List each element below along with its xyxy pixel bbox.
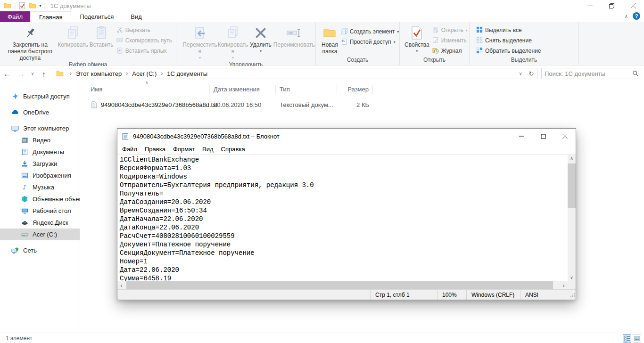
tab-file[interactable]: Файл — [0, 11, 30, 22]
search-input[interactable] — [542, 70, 630, 77]
sort-ascending-icon: ∧ — [145, 80, 149, 85]
resize-grip[interactable] — [570, 293, 575, 299]
scroll-left-icon[interactable]: ‹ — [117, 281, 125, 289]
address-dropdown-chevron-icon[interactable]: ∨ — [515, 71, 526, 76]
column-header-name[interactable]: Имя — [80, 85, 210, 94]
sidebar-item-music[interactable]: ♪ Музыка — [0, 181, 80, 193]
tab-view[interactable]: Вид — [122, 11, 150, 22]
sidebar-item-quick-access[interactable]: Быстрый доступ — [0, 90, 80, 102]
notepad-titlebar[interactable]: 94908043cdbe43c3929e07368b568a8d.txt – Б… — [117, 129, 576, 144]
rename-button[interactable]: Переименовать — [272, 24, 316, 61]
select-none-button[interactable]: Снять выделение — [474, 35, 543, 46]
menu-view[interactable]: Вид — [198, 146, 217, 153]
sidebar-item-pictures[interactable]: Изображения — [0, 170, 80, 181]
copy-button[interactable]: Копировать — [58, 24, 89, 61]
details-view-button[interactable] — [623, 334, 631, 343]
easy-access-icon — [341, 38, 347, 46]
sidebar-item-desktop[interactable]: Рабочий стол — [0, 205, 80, 217]
sidebar-item-this-pc[interactable]: Этот компьютер — [0, 122, 80, 134]
scroll-right-icon[interactable]: › — [560, 281, 568, 289]
qat-properties-icon[interactable] — [18, 2, 26, 9]
dropdown-arrow-icon: ▾ — [466, 28, 468, 33]
copy-path-button[interactable]: Скопировать путь — [115, 35, 174, 46]
move-to-icon — [193, 24, 206, 41]
notepad-app-icon — [122, 132, 129, 140]
sidebar-item-3d-objects[interactable]: Объемные объекты — [0, 193, 80, 205]
file-row[interactable]: 94908043cdbe43c3929e07368b568a8d.txt 20.… — [80, 99, 644, 110]
new-folder-button[interactable]: Новая папка — [321, 24, 339, 57]
menu-file[interactable]: Файл — [118, 146, 141, 153]
sidebar-item-onedrive[interactable]: OneDrive — [0, 106, 80, 118]
tab-share[interactable]: Поделиться — [71, 11, 122, 22]
menu-help[interactable]: Справка — [217, 146, 249, 153]
sidebar-item-network[interactable]: Сеть — [0, 245, 80, 256]
address-bar[interactable]: › Этот компьютер › Acer (C:) › 1С докуме… — [53, 68, 537, 79]
minimize-button[interactable] — [579, 0, 601, 11]
notepad-statusbar: Стр 1, стлб 1 100% Windows (CRLF) ANSI — [117, 289, 576, 300]
menu-format[interactable]: Формат — [169, 146, 198, 153]
breadcrumb-drive-c[interactable]: Acer (C:) — [131, 70, 157, 77]
sidebar-item-videos[interactable]: Видео — [0, 134, 80, 146]
select-all-button[interactable]: Выделить все — [474, 25, 543, 35]
item-count: 1 элемент — [0, 335, 33, 342]
history-button[interactable]: Журнал — [430, 46, 470, 56]
collapse-ribbon-icon[interactable]: ∧ — [625, 14, 628, 19]
refresh-icon[interactable]: ↻ — [526, 70, 537, 77]
notepad-menubar: Файл Правка Формат Вид Справка — [117, 144, 576, 154]
horizontal-scroll-thumb[interactable] — [126, 281, 553, 289]
up-button[interactable]: ↑ — [37, 67, 51, 80]
new-item-icon — [341, 28, 347, 36]
ribbon-filler — [579, 22, 644, 65]
menu-edit[interactable]: Правка — [141, 146, 169, 153]
notepad-minimize-button[interactable] — [511, 129, 532, 144]
notepad-text-area[interactable]: 1CClientBankExchange ВерсияФормата=1.03 … — [117, 154, 568, 281]
scroll-down-icon[interactable]: ∨ — [568, 273, 576, 281]
forward-button[interactable]: → — [14, 67, 28, 80]
downloads-icon — [21, 160, 28, 168]
vertical-scroll-thumb[interactable] — [568, 163, 576, 208]
breadcrumb-this-pc[interactable]: Этот компьютер — [75, 70, 123, 77]
thumbnail-view-button[interactable] — [633, 334, 641, 343]
new-item-button[interactable]: Создать элемент ▾ — [339, 26, 401, 37]
recent-locations-chevron-icon[interactable]: ∨ — [28, 67, 37, 80]
notepad-title: 94908043cdbe43c3929e07368b568a8d.txt – Б… — [133, 133, 280, 140]
delete-button[interactable]: Удалить ▾ — [249, 24, 272, 61]
sidebar-item-drive-c[interactable]: Acer (C:) — [0, 229, 80, 240]
search-icon[interactable] — [630, 70, 641, 77]
properties-button[interactable]: Свойства ▾ — [404, 24, 430, 57]
dropdown-arrow-icon: ▾ — [232, 55, 234, 61]
copy-path-icon — [116, 37, 123, 45]
move-to-button[interactable]: Переместить в ▾ — [183, 24, 217, 61]
back-button[interactable]: ← — [0, 67, 14, 80]
help-icon[interactable]: ? — [633, 12, 640, 20]
easy-access-button[interactable]: Простой доступ ▾ — [339, 37, 401, 47]
sidebar-item-documents[interactable]: Документы — [0, 146, 80, 158]
column-header-type[interactable]: Тип — [276, 85, 337, 94]
qat-new-folder-icon[interactable] — [29, 2, 36, 9]
qat-customize-chevron-icon[interactable]: ▾ — [39, 3, 41, 8]
paste-shortcut-button[interactable]: Вставить ярлык — [115, 46, 174, 56]
restore-button[interactable] — [601, 0, 622, 11]
horizontal-scrollbar[interactable]: ‹ › — [117, 281, 568, 289]
edit-button[interactable]: Изменить — [430, 35, 470, 46]
tab-home[interactable]: Главная — [30, 11, 71, 22]
close-button[interactable] — [622, 0, 644, 11]
scroll-up-icon[interactable]: ∧ — [568, 154, 576, 162]
sidebar-item-yandex-disk[interactable]: Яндекс.Диск — [0, 217, 80, 229]
breadcrumb-current-folder[interactable]: 1С документы — [166, 70, 208, 77]
copy-to-button[interactable]: Копировать в ▾ — [217, 24, 249, 61]
open-button[interactable]: Открыть ▾ — [430, 25, 470, 35]
column-header-size[interactable]: Размер — [337, 85, 373, 94]
column-headers: ∧ Имя Дата изменения Тип Размер — [80, 84, 644, 95]
column-header-date[interactable]: Дата изменения — [210, 85, 276, 94]
notepad-maximize-button[interactable] — [532, 129, 554, 144]
paste-button[interactable]: Вставить — [89, 24, 115, 61]
notepad-close-button[interactable] — [554, 129, 576, 144]
pin-to-quick-access-button[interactable]: Закрепить на панели быстрого доступа — [3, 24, 58, 61]
ribbon-tabs: Файл Главная Поделиться Вид ∧ ? — [0, 11, 644, 22]
cut-button[interactable]: Вырезать — [115, 25, 174, 35]
vertical-scrollbar[interactable]: ∧ ∨ — [568, 154, 576, 281]
sidebar-item-downloads[interactable]: Загрузки — [0, 158, 80, 170]
copy-icon — [66, 24, 80, 41]
invert-selection-button[interactable]: Обратить выделение — [474, 46, 543, 56]
